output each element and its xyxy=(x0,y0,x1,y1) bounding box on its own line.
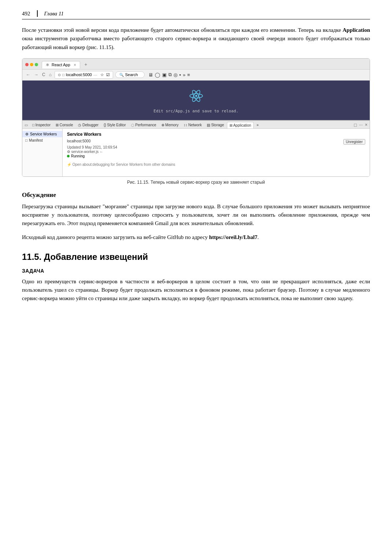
bookmark-icon: ☆ xyxy=(100,72,104,77)
tab-icon-inspector: □ xyxy=(32,123,34,127)
devtools-tab-application[interactable]: ⊞ Application xyxy=(227,122,254,128)
devtools-close-btn[interactable]: × xyxy=(365,122,367,128)
browser-body: Edit src/App.js and save to reload. xyxy=(22,81,370,120)
devtools-ellipsis: ··· xyxy=(359,122,363,128)
sw-host-entry: localhost:5000 Unregister xyxy=(67,139,365,145)
devtools-tab-inspector[interactable]: □ Inspector xyxy=(30,122,53,128)
sw-sidebar-icon: ⚙ xyxy=(25,132,29,136)
devtools-main-panel: Service Workers localhost:5000 Unregiste… xyxy=(63,129,370,176)
devtools-tab-console[interactable]: ⊞ Console xyxy=(53,122,75,128)
devtools-close-area: □ ··· × xyxy=(354,122,367,128)
github-link[interactable]: https://oreil.ly/Lbal7 xyxy=(209,234,257,240)
sw-host: localhost:5000 xyxy=(67,139,91,145)
page-number: 492 xyxy=(22,11,30,17)
search-icon: 🔍 xyxy=(119,73,124,77)
search-box[interactable]: 🔍 Search xyxy=(115,71,145,78)
toolbar-icon-5: ◎ xyxy=(173,72,178,78)
address-icon1: ⊙ xyxy=(58,73,61,77)
devtools-panel: ▭ □ Inspector ⊞ Console ◷ Debugger {} St… xyxy=(22,120,370,176)
sw-status-text: Running xyxy=(71,154,85,158)
toolbar-icon-3: ▣ xyxy=(162,72,167,78)
tab-icon-memory: ⊕ xyxy=(161,123,164,127)
toolbar-icon-6: ▪ xyxy=(179,72,181,78)
discussion-heading: Обсуждение xyxy=(22,191,370,199)
address-icon2: □ xyxy=(62,73,64,77)
nav-home-btn[interactable]: ⌂ xyxy=(48,72,52,77)
dot-green xyxy=(35,63,38,66)
nav-back-btn[interactable]: ← xyxy=(25,72,31,77)
toolbar-icon-menu: ≡ xyxy=(187,72,190,78)
figure-caption: Рис. 11.15. Теперь новый сервис-воркер с… xyxy=(22,180,370,185)
running-dot-icon xyxy=(67,155,70,157)
devtools-sidebar: ⚙ Service Workers □ Manifest xyxy=(22,129,63,176)
devtools-tab-network[interactable]: ↕↕ Network xyxy=(182,122,204,128)
sidebar-item-sw[interactable]: ⚙ Service Workers xyxy=(22,131,62,137)
browser-toolbar-icons: 🖥 ◯ ▣ ⧉ ◎ ▪ » ≡ xyxy=(148,72,190,78)
devtools-tab-debugger[interactable]: ◷ Debugger xyxy=(76,122,101,128)
intro-bold: Application xyxy=(343,27,370,33)
browser-tab-react[interactable]: ⚛ React App × xyxy=(42,61,80,68)
tab-new-btn[interactable]: + xyxy=(82,61,90,69)
intro-paragraph: После установки этой новой версии кода п… xyxy=(22,26,370,52)
dot-yellow xyxy=(30,63,33,66)
devtools-tab-memory[interactable]: ⊕ Memory xyxy=(159,122,181,128)
star-icon: ☑ xyxy=(106,72,110,77)
manifest-sidebar-label: Manifest xyxy=(29,138,43,142)
address-bar: ← → C ⌂ ⊙ □ localhost:5000 ··· ☆ ☑ 🔍 Sea… xyxy=(22,70,370,81)
address-dots: ··· xyxy=(93,72,97,78)
react-edit-text: Edit src/App.js and save to reload. xyxy=(154,109,239,113)
sw-running-status: Running xyxy=(67,154,365,158)
devtools-tab-perf[interactable]: ◌ Performance xyxy=(129,122,158,128)
tab-icon-storage: ▤ xyxy=(207,123,210,127)
toolbar-icon-4: ⧉ xyxy=(168,72,172,78)
sw-sidebar-label: Service Workers xyxy=(30,132,57,136)
nav-refresh-btn[interactable]: C xyxy=(41,72,46,77)
devtools-window-icon: □ xyxy=(354,122,357,128)
devtools-tab-more[interactable]: » xyxy=(254,122,261,128)
react-logo-icon xyxy=(189,89,204,106)
devtools-tabs: ▭ □ Inspector ⊞ Console ◷ Debugger {} St… xyxy=(22,121,370,129)
task-heading: ЗАДАЧА xyxy=(22,268,370,274)
browser-titlebar: ⚛ React App × + xyxy=(22,59,370,70)
tab-icon-application: ⊞ xyxy=(229,123,232,127)
sw-script: ⚙ service-worker.js ← xyxy=(67,150,365,154)
discussion-paragraph2: Исходный код данного рецепта можно загру… xyxy=(22,233,370,242)
devtools-tab-style[interactable]: {} Style Editor xyxy=(101,122,128,128)
toolbar-icon-1: 🖥 xyxy=(148,72,153,78)
address-url: localhost:5000 xyxy=(66,72,92,77)
tab-icon-network: ↕↕ xyxy=(184,123,187,127)
search-label: Search xyxy=(125,72,138,77)
browser-mockup: ⚛ React App × + ← → C ⌂ ⊙ □ localhost:50… xyxy=(22,58,370,177)
tab-close-btn[interactable]: × xyxy=(74,63,76,67)
sw-main-title: Service Workers xyxy=(67,132,365,137)
dot-red xyxy=(25,63,29,66)
nav-forward-btn[interactable]: → xyxy=(33,72,39,77)
address-input[interactable]: ⊙ □ localhost:5000 ··· ☆ ☑ xyxy=(55,71,113,79)
devtools-tab-storage[interactable]: ▤ Storage xyxy=(205,122,226,128)
task-paragraph: Одно из преимуществ сервис-воркеров в ча… xyxy=(22,277,370,303)
toolbar-icon-2: ◯ xyxy=(155,72,160,78)
section-11-5-heading: 11.5. Добавление извещений xyxy=(22,252,370,262)
discussion-paragraph1: Перезагрузка страницы вызывает "моргание… xyxy=(22,202,370,228)
devtools-content: ⚙ Service Workers □ Manifest Service Wor… xyxy=(22,129,370,176)
devtools-inspect-icon: ▭ xyxy=(25,123,28,127)
page-header: 492 Глава 11 xyxy=(22,10,370,19)
manifest-sidebar-icon: □ xyxy=(25,138,27,142)
tab-icon-perf: ◌ xyxy=(131,123,134,127)
toolbar-icon-more: » xyxy=(183,72,185,78)
tab-icon-style: {} xyxy=(104,123,106,127)
unregister-button[interactable]: Unregister xyxy=(343,139,365,145)
tab-icon-console: ⊞ xyxy=(56,123,59,127)
svg-point-3 xyxy=(195,95,197,97)
chapter-title: Глава 11 xyxy=(44,11,64,17)
header-divider xyxy=(37,10,38,17)
tab-icon-debugger: ◷ xyxy=(78,123,81,127)
react-tab-icon: ⚛ xyxy=(46,63,49,67)
sidebar-item-manifest[interactable]: □ Manifest xyxy=(22,137,62,143)
browser-dots xyxy=(25,63,38,66)
sw-updated: Updated 9 May 2021, 10:69:54 xyxy=(67,145,365,149)
tab-label: React App xyxy=(52,63,70,67)
sw-domains-link[interactable]: ⚡ Open about:debugging for Service Worke… xyxy=(67,163,365,167)
